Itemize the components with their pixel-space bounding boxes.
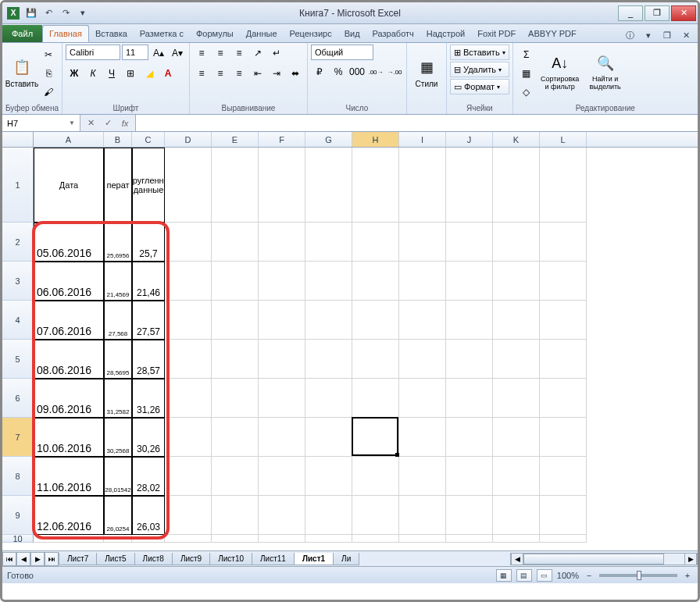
cell-H6[interactable]	[352, 379, 399, 418]
cell-E8[interactable]	[212, 457, 259, 496]
cell-F9[interactable]	[259, 496, 305, 535]
tab-вид[interactable]: Вид	[338, 25, 366, 42]
cell-C1[interactable]: Округленные данные	[132, 148, 165, 223]
tab-разметка с[interactable]: Разметка с	[134, 25, 190, 42]
cell-I5[interactable]	[399, 340, 446, 379]
fx-button[interactable]: fx	[118, 116, 132, 130]
fill-color-button[interactable]: ◢	[141, 65, 158, 82]
cell-D10[interactable]	[165, 535, 212, 543]
cell-C3[interactable]: 21,46	[132, 262, 165, 301]
tab-надстрой[interactable]: Надстрой	[420, 25, 471, 42]
cell-H7[interactable]	[352, 418, 399, 457]
sheet-tab-Лист1[interactable]: Лист1	[294, 553, 334, 565]
row-header-3[interactable]: 3	[2, 262, 34, 301]
row-header-7[interactable]: 7	[2, 418, 34, 457]
sheet-tab-Лист5[interactable]: Лист5	[96, 553, 134, 565]
file-tab[interactable]: Файл	[2, 25, 42, 42]
cell-G3[interactable]	[305, 262, 352, 301]
merge-button[interactable]: ⬌	[287, 65, 304, 82]
cell-G4[interactable]	[305, 301, 352, 340]
spreadsheet-grid[interactable]: ABCDEFGHIJKL 12345678910 ДатаператОкругл…	[2, 132, 698, 550]
paste-button[interactable]: 📋 Вставить	[5, 45, 38, 98]
delete-cells-button[interactable]: ⊟Удалить▾	[450, 62, 509, 77]
row-header-9[interactable]: 9	[2, 496, 34, 535]
zoom-out-button[interactable]: −	[584, 570, 595, 581]
column-header-A[interactable]: A	[34, 132, 104, 147]
currency-button[interactable]: ₽	[311, 63, 328, 80]
cell-K6[interactable]	[493, 379, 540, 418]
cell-D8[interactable]	[165, 457, 212, 496]
cell-E5[interactable]	[212, 340, 259, 379]
cell-F8[interactable]	[259, 457, 305, 496]
sheet-tab-Лист11[interactable]: Лист11	[252, 553, 295, 565]
doc-restore[interactable]: ❐	[660, 28, 674, 42]
cell-B9[interactable]: 26,0254	[104, 496, 132, 535]
cell-I7[interactable]	[399, 418, 446, 457]
cell-I2[interactable]	[399, 223, 446, 262]
cell-I10[interactable]	[399, 535, 446, 543]
font-color-button[interactable]: A	[159, 65, 177, 82]
tab-формулы[interactable]: Формулы	[190, 25, 240, 42]
cell-F7[interactable]	[259, 418, 305, 457]
cell-K5[interactable]	[493, 340, 540, 379]
cell-J4[interactable]	[446, 301, 493, 340]
column-header-J[interactable]: J	[446, 132, 493, 147]
column-header-G[interactable]: G	[305, 132, 352, 147]
ribbon-minimize[interactable]: ▾	[641, 28, 655, 42]
cell-H9[interactable]	[352, 496, 399, 535]
cell-G9[interactable]	[305, 496, 352, 535]
cell-C5[interactable]: 28,57	[132, 340, 165, 379]
cell-L9[interactable]	[540, 496, 587, 535]
font-size-select[interactable]: 11	[122, 45, 148, 60]
cell-K9[interactable]	[493, 496, 540, 535]
autosum-button[interactable]: Σ	[518, 46, 535, 63]
decrease-indent-button[interactable]: ⇤	[249, 65, 266, 82]
cell-J10[interactable]	[446, 535, 493, 543]
cell-G7[interactable]	[305, 418, 352, 457]
cell-I6[interactable]	[399, 379, 446, 418]
cell-E10[interactable]	[212, 535, 259, 543]
cell-B7[interactable]: 30,2568	[104, 418, 132, 457]
cell-A3[interactable]: 06.06.2016	[34, 262, 104, 301]
cell-K1[interactable]	[493, 148, 540, 223]
sheet-nav-first[interactable]: ⏮	[2, 552, 16, 566]
sheet-nav-last[interactable]: ⏭	[45, 552, 59, 566]
row-header-4[interactable]: 4	[2, 301, 34, 340]
formula-input[interactable]	[135, 115, 698, 131]
cell-C7[interactable]: 30,26	[132, 418, 165, 457]
cell-D3[interactable]	[165, 262, 212, 301]
comma-button[interactable]: 000	[348, 63, 366, 80]
cell-D5[interactable]	[165, 340, 212, 379]
zoom-in-button[interactable]: +	[682, 570, 693, 581]
cell-A1[interactable]: Дата	[34, 148, 104, 223]
cell-D7[interactable]	[165, 418, 212, 457]
cell-E2[interactable]	[212, 223, 259, 262]
cell-B3[interactable]: 21,4569	[104, 262, 132, 301]
cell-A9[interactable]: 12.06.2016	[34, 496, 104, 535]
cell-A4[interactable]: 07.06.2016	[34, 301, 104, 340]
tab-разработч[interactable]: Разработч	[366, 25, 420, 42]
cell-H4[interactable]	[352, 301, 399, 340]
cell-J7[interactable]	[446, 418, 493, 457]
row-header-5[interactable]: 5	[2, 340, 34, 379]
cell-C6[interactable]: 31,26	[132, 379, 165, 418]
column-header-I[interactable]: I	[399, 132, 446, 147]
cell-F6[interactable]	[259, 379, 305, 418]
fill-button[interactable]: ▦	[518, 65, 535, 82]
align-bottom-button[interactable]: ≡	[230, 45, 248, 62]
cell-H2[interactable]	[352, 223, 399, 262]
tab-главная[interactable]: Главная	[42, 25, 89, 42]
cell-J9[interactable]	[446, 496, 493, 535]
sheet-nav-next[interactable]: ▶	[30, 552, 45, 566]
bold-button[interactable]: Ж	[66, 65, 83, 82]
sort-filter-button[interactable]: A↓ Сортировка и фильтр	[537, 45, 584, 98]
cell-L2[interactable]	[540, 223, 587, 262]
cell-G6[interactable]	[305, 379, 352, 418]
cell-F2[interactable]	[259, 223, 305, 262]
cell-F1[interactable]	[259, 148, 305, 223]
cell-H1[interactable]	[352, 148, 399, 223]
cell-B5[interactable]: 28,5695	[104, 340, 132, 379]
tab-данные[interactable]: Данные	[240, 25, 284, 42]
zoom-slider[interactable]	[599, 574, 677, 577]
cell-B4[interactable]: 27,568	[104, 301, 132, 340]
